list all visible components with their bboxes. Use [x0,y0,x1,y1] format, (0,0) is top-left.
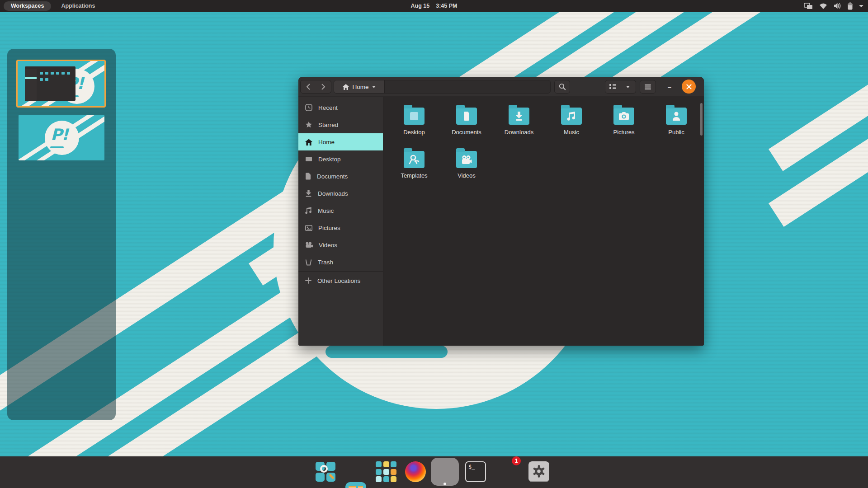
star-icon [305,121,312,128]
terminal-prompt: $_ [468,464,475,470]
header-bar[interactable]: Home – [298,77,704,96]
gear-icon [532,465,546,478]
trash-icon [305,259,312,266]
files-running-dot [443,483,446,485]
hamburger-icon [645,84,651,89]
path-label: Home [352,84,368,90]
file-item-documents[interactable]: Documents [440,103,493,146]
sidebar-item-videos[interactable]: Videos [298,236,383,253]
workspace-mini-window [25,66,75,101]
workspace-thumbnail-2[interactable]: P! [19,115,104,160]
file-item-music[interactable]: Music [545,103,598,146]
desktop-icon [305,156,312,162]
sidebar-item-home[interactable]: Home [298,133,383,150]
folder-icon [404,151,425,168]
music-icon [305,207,312,214]
path-crumb-home[interactable]: Home [334,80,385,93]
shop-notification-badge: 1 [512,456,521,465]
sidebar-item-desktop[interactable]: Desktop [298,150,383,168]
video-icon [305,242,313,248]
folder-icon [509,108,529,125]
forward-button[interactable] [316,80,331,94]
workspace-switcher-panel: P! P! [7,49,116,420]
clock-date: Aug 15 [411,3,430,9]
sidebar-item-music[interactable]: Music [298,202,383,219]
sidebar: Recent Starred Home Desktop [298,97,383,346]
view-dropdown-button[interactable] [620,80,636,94]
panel-clock[interactable]: Aug 153:45 PM [0,3,868,9]
folder-icon [456,151,477,168]
battery-icon [848,2,853,10]
list-view-icon [609,84,616,89]
dock-item-terminal[interactable]: $_ [465,461,486,482]
magnifier-icon [320,465,328,473]
file-item-templates[interactable]: Templates [388,146,440,190]
chevron-down-icon [626,86,630,88]
dock-item-settings[interactable] [528,461,549,482]
dock-item-applications-grid[interactable] [376,461,396,482]
dock-item-pop-search[interactable] [315,461,336,482]
home-icon [305,139,312,145]
path-chevron-icon[interactable] [372,86,376,88]
volume-icon [834,2,841,9]
sidebar-separator [298,271,383,272]
recent-icon [305,104,312,111]
sidebar-item-trash[interactable]: Trash [298,253,383,271]
file-manager-window: Home – [298,77,704,346]
file-grid[interactable]: Desktop Documents Downloads [383,97,704,346]
menu-button[interactable] [640,80,656,94]
folder-icon [666,108,687,125]
workspace-thumbnail-1[interactable]: P! [16,60,106,108]
plus-icon [305,277,311,284]
file-item-pictures[interactable]: Pictures [598,103,650,146]
dock-item-firefox[interactable] [405,461,426,482]
view-toggle-button[interactable] [605,80,621,94]
file-item-desktop[interactable]: Desktop [388,103,440,146]
home-icon [343,84,349,90]
content-scrollbar[interactable] [700,103,703,136]
sidebar-item-other-locations[interactable]: Other Locations [298,272,383,289]
system-tray[interactable] [804,0,863,12]
path-bar[interactable]: Home [334,80,551,94]
dock-active-indicator-tile [431,458,459,486]
file-item-public[interactable]: Public [650,103,703,146]
folder-icon [404,108,425,125]
dock-item-workspaces[interactable] [345,482,366,488]
close-button[interactable] [682,80,696,94]
back-button[interactable] [300,80,316,94]
picture-icon [305,225,312,231]
download-icon [305,190,312,197]
chevron-down-icon [859,5,863,7]
document-icon [305,173,311,180]
file-item-videos[interactable]: Videos [440,146,493,190]
search-button[interactable] [554,80,570,94]
sidebar-item-recent[interactable]: Recent [298,99,383,116]
minimize-button[interactable]: – [663,80,676,94]
search-icon [559,83,566,90]
top-panel: Workspaces Applications Aug 153:45 PM [0,0,868,12]
sidebar-item-downloads[interactable]: Downloads [298,185,383,202]
folder-icon [613,108,634,125]
sidebar-item-starred[interactable]: Starred [298,116,383,133]
sidebar-item-pictures[interactable]: Pictures [298,219,383,236]
sidebar-item-documents[interactable]: Documents [298,168,383,185]
close-icon [686,84,692,89]
wifi-icon [819,3,827,9]
folder-icon [456,108,477,125]
clock-time: 3:45 PM [436,3,457,9]
displays-icon [804,3,813,9]
folder-icon [561,108,582,125]
file-item-downloads[interactable]: Downloads [493,103,545,146]
